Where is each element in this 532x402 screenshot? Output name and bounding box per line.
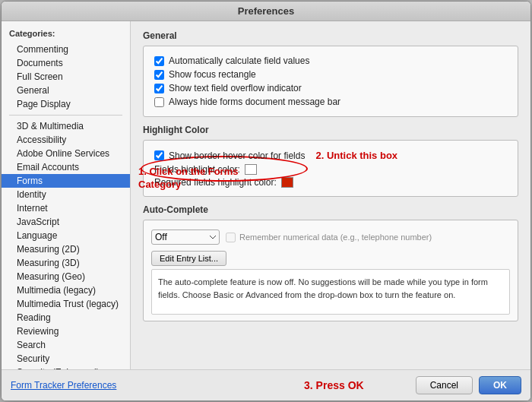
sidebar-item-pagedisplay[interactable]: Page Display bbox=[2, 97, 130, 111]
sidebar-item-security[interactable]: Security bbox=[2, 352, 130, 366]
sidebar-item-documents[interactable]: Documents bbox=[2, 56, 130, 70]
sidebar-item-measuring2d[interactable]: Measuring (2D) bbox=[2, 242, 130, 256]
edit-entry-button[interactable]: Edit Entry List... bbox=[151, 251, 226, 266]
sidebar-item-3dmultimedia[interactable]: 3D & Multimedia bbox=[2, 119, 130, 133]
sidebar-item-internet[interactable]: Internet bbox=[2, 201, 130, 215]
required-highlight-row: Required fields highlight color: bbox=[154, 177, 510, 188]
sidebar-divider bbox=[9, 115, 122, 116]
overflow-label: Show text field overflow indicator bbox=[169, 83, 302, 93]
fields-highlight-label: Fields highlight color: bbox=[154, 164, 240, 175]
checkbox-calc: Automatically calculate field values bbox=[154, 55, 510, 66]
fields-color-swatch[interactable] bbox=[245, 164, 257, 175]
sidebar-item-identity[interactable]: Identity bbox=[2, 188, 130, 201]
sidebar-item-javascript[interactable]: JavaScript bbox=[2, 215, 130, 229]
sidebar-item-reading[interactable]: Reading bbox=[2, 311, 130, 324]
bottom-buttons: 3. Press OK Cancel OK bbox=[304, 376, 521, 394]
calc-checkbox[interactable] bbox=[154, 56, 164, 66]
fields-highlight-row: Fields highlight color: bbox=[154, 164, 510, 175]
overflow-checkbox[interactable] bbox=[154, 84, 164, 93]
title-bar: Preferences bbox=[2, 2, 530, 21]
sidebar-item-general[interactable]: General bbox=[2, 84, 130, 97]
sidebar-item-measuring3d[interactable]: Measuring (3D) bbox=[2, 256, 130, 270]
general-title: General bbox=[143, 30, 518, 41]
hover-label: Show border hover color for fields bbox=[169, 150, 305, 161]
cancel-button[interactable]: Cancel bbox=[416, 376, 473, 394]
bottom-bar: Form Tracker Preferences 3. Press OK Can… bbox=[2, 369, 530, 400]
sidebar-item-adobeonline[interactable]: Adobe Online Services bbox=[2, 147, 130, 160]
remember-checkbox[interactable] bbox=[226, 233, 236, 242]
main-panel: General Automatically calculate field va… bbox=[131, 21, 530, 369]
sidebar-item-multimedia-legacy[interactable]: Multimedia (legacy) bbox=[2, 283, 130, 297]
sidebar-item-reviewing[interactable]: Reviewing bbox=[2, 324, 130, 338]
sidebar-item-emailaccounts[interactable]: Email Accounts bbox=[2, 160, 130, 174]
highlight-box: Show border hover color for fields 2. Un… bbox=[143, 140, 518, 197]
required-color-swatch[interactable] bbox=[281, 177, 293, 188]
calc-label: Automatically calculate field values bbox=[169, 55, 309, 66]
autocomplete-box: Off Basic Advanced Remember numerical da… bbox=[143, 220, 518, 321]
autocomplete-dropdown[interactable]: Off Basic Advanced bbox=[151, 229, 220, 245]
autocomplete-row: Off Basic Advanced Remember numerical da… bbox=[151, 229, 510, 245]
sidebar-item-multimedia-trust[interactable]: Multimedia Trust (legacy) bbox=[2, 297, 130, 311]
annotation-2: 2. Untick this box bbox=[315, 150, 397, 161]
remember-label: Remember numerical data (e.g., telephone… bbox=[239, 233, 432, 242]
checkbox-focus: Show focus rectangle bbox=[154, 69, 510, 80]
checkbox-overflow: Show text field overflow indicator bbox=[154, 83, 510, 93]
autocomplete-title: Auto-Complete bbox=[143, 204, 518, 215]
sidebar-item-forms[interactable]: Forms bbox=[2, 174, 130, 188]
highlight-title: Highlight Color bbox=[143, 125, 518, 135]
autocomplete-desc: The auto-complete feature is now off. No… bbox=[151, 269, 510, 315]
annotation-3: 3. Press OK bbox=[304, 379, 364, 391]
sidebar-item-measuringgeo[interactable]: Measuring (Geo) bbox=[2, 270, 130, 283]
general-section: General Automatically calculate field va… bbox=[143, 30, 518, 117]
general-checkboxes: Automatically calculate field values Sho… bbox=[143, 46, 518, 117]
hover-checkbox[interactable] bbox=[154, 150, 164, 160]
hidebar-label: Always hide forms document message bar bbox=[169, 97, 340, 107]
sidebar-item-language[interactable]: Language bbox=[2, 229, 130, 242]
sidebar-item-commenting[interactable]: Commenting bbox=[2, 43, 130, 56]
hidebar-checkbox[interactable] bbox=[154, 97, 164, 107]
remember-row: Remember numerical data (e.g., telephone… bbox=[226, 233, 432, 242]
highlight-section: Highlight Color Show border hover color … bbox=[143, 125, 518, 197]
preferences-dialog: Preferences Categories: Commenting Docum… bbox=[1, 1, 531, 401]
hover-row: Show border hover color for fields 2. Un… bbox=[154, 150, 510, 161]
sidebar-item-accessibility[interactable]: Accessibility bbox=[2, 133, 130, 147]
autocomplete-section: Auto-Complete Off Basic Advanced Remembe… bbox=[143, 204, 518, 321]
focus-checkbox[interactable] bbox=[154, 70, 164, 80]
sidebar: Categories: Commenting Documents Full Sc… bbox=[2, 21, 131, 369]
required-highlight-label: Required fields highlight color: bbox=[154, 177, 277, 188]
main-wrapper: 1. Click on the Forms Category General A… bbox=[131, 21, 530, 369]
categories-label: Categories: bbox=[2, 27, 130, 43]
sidebar-item-search[interactable]: Search bbox=[2, 338, 130, 352]
sidebar-item-fullscreen[interactable]: Full Screen bbox=[2, 70, 130, 84]
dialog-title: Preferences bbox=[238, 5, 294, 17]
form-tracker-link[interactable]: Form Tracker Preferences bbox=[11, 380, 116, 391]
checkbox-hidebar: Always hide forms document message bar bbox=[154, 97, 510, 107]
focus-label: Show focus rectangle bbox=[169, 69, 256, 80]
ok-button[interactable]: OK bbox=[479, 376, 521, 394]
